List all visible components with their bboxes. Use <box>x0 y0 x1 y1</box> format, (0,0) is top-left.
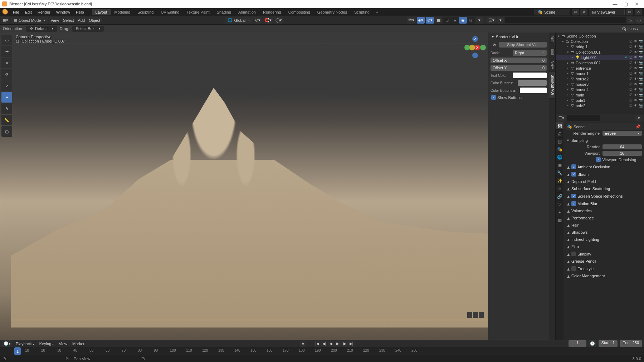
n-tab-item[interactable]: Item <box>549 33 555 45</box>
next-keyframe-button[interactable]: |▶ <box>341 341 348 347</box>
end-frame-field[interactable]: End250 <box>620 340 642 347</box>
delete-scene-button[interactable]: ✕ <box>580 9 587 15</box>
new-viewlayer-button[interactable]: ⧉ <box>626 9 633 15</box>
outliner-item[interactable]: •▽bridg 1☑👁📷 <box>556 44 644 49</box>
render-samples-field[interactable]: 64 <box>602 144 642 149</box>
outliner-item[interactable]: •▽house3☑👁📷 <box>556 81 644 87</box>
dock-select[interactable]: Right⌄ <box>513 50 547 56</box>
current-frame-field[interactable]: 1 <box>569 340 586 347</box>
overlay-button[interactable]: ⊕▾ <box>426 17 434 24</box>
panel-shortcut-header[interactable]: ▼Shortcut VUr <box>490 34 547 40</box>
workspace-compositing[interactable]: Compositing <box>285 9 314 15</box>
timeline-editor-type[interactable]: 🕐▾ <box>2 340 12 347</box>
section-screen-space-reflections[interactable]: ▶✓ Screen Space Reflections <box>566 193 642 199</box>
scene-datablock[interactable]: 🎭 Scene 📌 <box>566 123 642 130</box>
visibility-button[interactable]: 👁▾ <box>407 17 416 24</box>
outliner-item[interactable]: •▽house2☑👁📷 <box>556 76 644 81</box>
shading-rendered[interactable]: ◎ <box>467 17 475 24</box>
workspace-rendering[interactable]: Rendering <box>259 9 285 15</box>
workspace-animation[interactable]: Animation <box>235 9 259 15</box>
section-freestyle[interactable]: ▶ Freestyle <box>566 265 642 272</box>
outliner-item[interactable]: •▽house1☑👁📷 <box>556 71 644 76</box>
n-tab-shortcut[interactable]: Shortcut VUr <box>549 72 555 98</box>
n-tab-view[interactable]: View <box>549 58 555 72</box>
tool-select[interactable]: ▭ <box>1 35 12 45</box>
shading-material[interactable]: ◉ <box>459 17 467 24</box>
gizmo-x-axis[interactable]: X <box>474 45 480 50</box>
scene-selector[interactable]: 🎭Scene <box>535 9 570 15</box>
workspace-sculpting[interactable]: Sculpting <box>134 9 157 15</box>
section-hair[interactable]: ▶Hair <box>566 222 642 228</box>
outliner-item[interactable]: ▾🗀Collection.001☑👁📷 <box>556 49 644 55</box>
offset-x-field[interactable]: Offset X0 <box>491 58 547 63</box>
ptab-viewlayer[interactable]: ▤ <box>556 138 564 145</box>
section-motion-blur[interactable]: ▶✓ Motion Blur <box>566 200 642 207</box>
viewport-denoise-checkbox[interactable]: ✓ <box>596 157 601 162</box>
close-button[interactable]: ✕ <box>631 1 642 7</box>
outliner-item[interactable]: •▽house4☑👁📷 <box>556 87 644 92</box>
outliner-item[interactable]: •▽pole1☑👁📷 <box>556 98 644 103</box>
section-indirect-lighting[interactable]: ▶Indirect Lighting <box>566 236 642 243</box>
props-search[interactable] <box>567 115 600 121</box>
workspace-shading[interactable]: Shading <box>213 9 235 15</box>
workspace-scripting[interactable]: Scripting <box>351 9 373 15</box>
outliner-item[interactable]: •▽entrence☑👁📷 <box>556 65 644 71</box>
color-buttons-field[interactable] <box>518 80 547 86</box>
render-engine-select[interactable]: Eevee⌄ <box>602 131 642 136</box>
workspace-texturepaint[interactable]: Texture Paint <box>183 9 213 15</box>
ptab-particles[interactable]: ✨ <box>556 177 564 185</box>
section-sampling[interactable]: ▼Sampling <box>566 137 642 144</box>
color-buttons-a-field[interactable] <box>520 88 547 93</box>
tool-rotate[interactable]: ⟳ <box>1 69 12 80</box>
props-editor-type[interactable]: ☰▾ <box>557 115 566 122</box>
n-tab-tool[interactable]: Tool <box>549 45 555 58</box>
ptab-texture[interactable]: ▦ <box>556 216 564 224</box>
drag-field[interactable]: Select Box▾ <box>72 26 104 32</box>
menu-view3d-object[interactable]: Object <box>87 17 102 24</box>
autokey-button[interactable]: ● <box>300 341 306 347</box>
shading-solid[interactable]: ● <box>451 17 459 24</box>
workspace-uvediting[interactable]: UV Editing <box>157 9 183 15</box>
pin-icon[interactable]: 📌 <box>635 124 640 129</box>
ptab-constraints[interactable]: 🔗 <box>556 193 564 200</box>
section-performance[interactable]: ▶Performance <box>566 215 642 221</box>
transform-orientation[interactable]: 🌐Global▾ <box>225 17 253 24</box>
menu-view3d-view[interactable]: View <box>49 17 60 24</box>
outliner-editor-type[interactable]: ☰▾ <box>487 17 496 24</box>
menu-file[interactable]: File <box>10 9 22 16</box>
xray-button[interactable]: ▦ <box>435 17 442 24</box>
offset-y-field[interactable]: Offset Y0 <box>491 65 547 71</box>
timeline-keying[interactable]: Keying ▾ <box>38 342 55 346</box>
proportional-edit-button[interactable]: ◯▾ <box>274 17 283 24</box>
gizmo-button[interactable]: ◈▾ <box>417 17 425 24</box>
outliner-item[interactable]: •▽main☑👁📷 <box>556 92 644 98</box>
add-workspace-button[interactable]: + <box>373 10 381 14</box>
ptab-modifiers[interactable]: 🔧 <box>556 169 564 177</box>
menu-render[interactable]: Render <box>35 9 53 16</box>
section-simplify[interactable]: ▶ Simplify <box>566 251 642 257</box>
menu-window[interactable]: Window <box>53 9 73 16</box>
nav-gizmo[interactable]: X Z <box>464 35 482 53</box>
tool-transform[interactable]: ✦ <box>1 92 12 103</box>
tool-measure[interactable]: 📏 <box>1 115 12 125</box>
section-shadows[interactable]: ▶Shadows <box>566 229 642 235</box>
section-bloom[interactable]: ▶✓ Bloom <box>566 171 642 178</box>
orientation-field[interactable]: ✛Default▾ <box>26 26 57 32</box>
snap-button[interactable]: 🧲▾ <box>263 17 273 24</box>
close-icon-button[interactable]: ⊗ <box>491 41 498 48</box>
delete-viewlayer-button[interactable]: ✕ <box>635 9 642 15</box>
ptab-render[interactable]: 🖼 <box>556 122 564 130</box>
timeline-ruler[interactable]: 1 10203040506070809010011012013014015016… <box>0 347 644 355</box>
outliner-new-collection[interactable]: ▭ <box>635 17 643 24</box>
outliner-item[interactable]: •▽pole2☑👁📷 <box>556 103 644 108</box>
tool-addcube[interactable]: ▢ <box>1 126 12 137</box>
section-subsurface-scattering[interactable]: ▶Subsurface Scattering <box>566 185 642 192</box>
pivot-button[interactable]: ⊙▾ <box>254 17 262 24</box>
section-film[interactable]: ▶Film <box>566 243 642 250</box>
menu-help[interactable]: Help <box>73 9 87 16</box>
minimize-button[interactable]: — <box>610 1 620 7</box>
outliner-item[interactable]: ▾🗀Collection☑👁📷 <box>556 39 644 44</box>
workspace-modeling[interactable]: Modeling <box>111 9 134 15</box>
tool-annotate[interactable]: ✎ <box>1 103 12 114</box>
ptab-physics[interactable]: ⚛ <box>556 185 564 193</box>
